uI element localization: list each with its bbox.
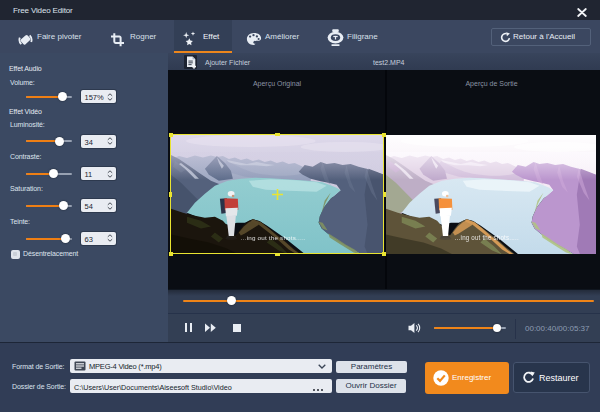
svg-text:...ing out the shots.....: ...ing out the shots..... xyxy=(454,233,518,240)
